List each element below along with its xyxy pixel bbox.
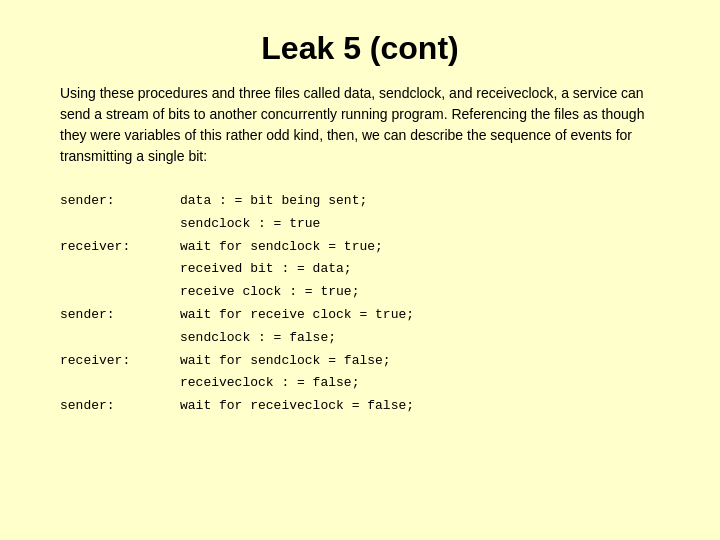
code-row-sender-2-cont: sendclock : = false; — [60, 328, 660, 349]
code-line-sender-1-1: data : = bit being sent; — [180, 191, 367, 212]
code-indent-1 — [60, 214, 180, 235]
code-label-receiver-1: receiver: — [60, 237, 180, 258]
code-line-receiver-1-1: wait for sendclock = true; — [180, 237, 383, 258]
code-row-sender-3: sender: wait for receiveclock = false; — [60, 396, 660, 417]
code-label-sender-2: sender: — [60, 305, 180, 326]
code-line-sender-2-1: wait for receive clock = true; — [180, 305, 414, 326]
code-row-receiver-1-cont2: receive clock : = true; — [60, 282, 660, 303]
code-line-sender-3-1: wait for receiveclock = false; — [180, 396, 414, 417]
code-indent-3 — [60, 282, 180, 303]
code-row-receiver-2: receiver: wait for sendclock = false; — [60, 351, 660, 372]
code-row-sender-1: sender: data : = bit being sent; — [60, 191, 660, 212]
code-line-receiver-2-2: receiveclock : = false; — [180, 373, 359, 394]
code-indent-2 — [60, 259, 180, 280]
code-row-receiver-1: receiver: wait for sendclock = true; — [60, 237, 660, 258]
code-line-sender-2-2: sendclock : = false; — [180, 328, 336, 349]
code-label-receiver-2: receiver: — [60, 351, 180, 372]
code-row-receiver-1-cont1: received bit : = data; — [60, 259, 660, 280]
code-indent-4 — [60, 328, 180, 349]
page: Leak 5 (cont) Using these procedures and… — [0, 0, 720, 540]
code-label-sender-3: sender: — [60, 396, 180, 417]
code-line-receiver-2-1: wait for sendclock = false; — [180, 351, 391, 372]
code-row-sender-1-cont: sendclock : = true — [60, 214, 660, 235]
code-line-receiver-1-2: received bit : = data; — [180, 259, 352, 280]
code-row-sender-2: sender: wait for receive clock = true; — [60, 305, 660, 326]
code-row-receiver-2-cont: receiveclock : = false; — [60, 373, 660, 394]
description-text: Using these procedures and three files c… — [50, 83, 670, 167]
code-label-sender-1: sender: — [60, 191, 180, 212]
code-indent-5 — [60, 373, 180, 394]
code-section: sender: data : = bit being sent; sendclo… — [50, 191, 670, 419]
page-title: Leak 5 (cont) — [50, 30, 670, 67]
code-line-sender-1-2: sendclock : = true — [180, 214, 320, 235]
code-line-receiver-1-3: receive clock : = true; — [180, 282, 359, 303]
